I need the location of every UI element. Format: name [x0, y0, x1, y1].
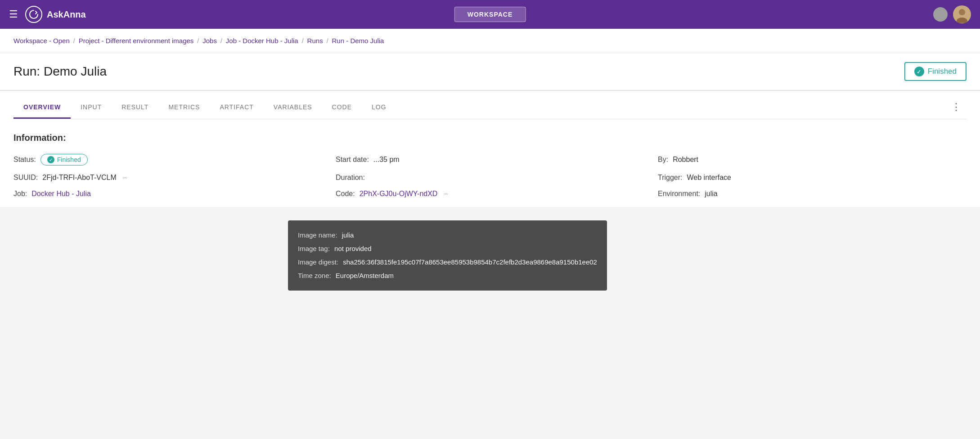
info-trigger-row: Trigger: Web interface: [658, 174, 967, 182]
menu-icon[interactable]: ☰: [9, 9, 18, 20]
main-content: OVERVIEW INPUT RESULT METRICS ARTIFACT V…: [0, 91, 980, 207]
breadcrumb-run[interactable]: Run - Demo Julia: [332, 37, 384, 45]
connection-status-icon: [933, 7, 948, 22]
info-section: Information: Status: ✓ Finished Start da…: [13, 119, 967, 207]
suuid-copy-icon[interactable]: ⎓: [123, 174, 127, 182]
breadcrumb-jobs[interactable]: Jobs: [202, 37, 217, 45]
trigger-value: Web interface: [687, 174, 731, 182]
header-center: WORKSPACE: [454, 7, 526, 22]
breadcrumb: Workspace - Open / Project - Different e…: [0, 29, 980, 53]
info-grid: Status: ✓ Finished Start date: ...35 pm …: [13, 154, 967, 198]
info-title: Information:: [13, 133, 967, 143]
environment-label: Environment:: [658, 190, 700, 198]
status-badge-label: Finished: [928, 67, 957, 76]
user-avatar[interactable]: [953, 5, 971, 23]
status-check-small-icon: ✓: [47, 156, 54, 163]
tab-log[interactable]: LOG: [362, 95, 396, 119]
tabs-bar: OVERVIEW INPUT RESULT METRICS ARTIFACT V…: [13, 91, 967, 119]
tab-metrics[interactable]: METRICS: [158, 95, 210, 119]
breadcrumb-project[interactable]: Project - Different environment images: [79, 37, 194, 45]
code-value-link[interactable]: 2PhX-GJ0u-OjWY-ndXD: [360, 190, 438, 198]
tab-result[interactable]: RESULT: [112, 95, 158, 119]
job-value-link[interactable]: Docker Hub - Julia: [31, 190, 91, 198]
status-value: Finished: [57, 156, 81, 163]
breadcrumb-sep-2: /: [197, 37, 199, 45]
logo-text: AskAnna: [47, 9, 86, 20]
app-header: ☰ AskAnna WORKSPACE: [0, 0, 980, 29]
page-title: Run: Demo Julia: [13, 64, 107, 79]
by-label: By:: [658, 156, 668, 164]
breadcrumb-sep-3: /: [220, 37, 222, 45]
page-header: Run: Demo Julia ✓ Finished: [0, 53, 980, 91]
code-copy-icon[interactable]: ⎓: [444, 190, 448, 198]
svg-point-1: [959, 9, 965, 15]
info-environment-row: Environment: julia: [658, 190, 967, 198]
info-by-row: By: Robbert: [658, 154, 967, 166]
app-logo: AskAnna: [25, 6, 86, 23]
logo-icon: [25, 6, 42, 23]
info-status-row: Status: ✓ Finished: [13, 154, 322, 166]
workspace-button[interactable]: WORKSPACE: [454, 7, 526, 22]
tabs-more-icon[interactable]: ⋮: [946, 98, 967, 116]
tab-overview[interactable]: OVERVIEW: [13, 95, 71, 119]
tab-code[interactable]: CODE: [322, 95, 362, 119]
trigger-label: Trigger:: [658, 174, 683, 182]
status-check-icon: ✓: [914, 67, 924, 76]
environment-value: julia: [705, 190, 717, 198]
suuid-value: 2Fjd-TRFI-AboT-VCLM: [42, 174, 116, 182]
suuid-label: SUUID:: [13, 174, 38, 182]
info-duration-row: Duration:: [336, 174, 644, 182]
breadcrumb-workspace[interactable]: Workspace - Open: [13, 37, 70, 45]
start-date-label: Start date:: [336, 156, 369, 164]
info-code-row: Code: 2PhX-GJ0u-OjWY-ndXD ⎓: [336, 190, 644, 198]
job-label: Job:: [13, 190, 27, 198]
header-right: [933, 5, 971, 23]
info-start-date-row: Start date: ...35 pm: [336, 154, 644, 166]
duration-label: Duration:: [336, 174, 365, 182]
breadcrumb-sep-4: /: [302, 37, 304, 45]
info-suuid-row: SUUID: 2Fjd-TRFI-AboT-VCLM ⎓: [13, 174, 322, 182]
breadcrumb-sep-5: /: [327, 37, 328, 45]
tab-input[interactable]: INPUT: [71, 95, 112, 119]
status-badge: ✓ Finished: [904, 62, 967, 81]
tab-variables[interactable]: VARIABLES: [264, 95, 322, 119]
code-label: Code:: [336, 190, 355, 198]
breadcrumb-job[interactable]: Job - Docker Hub - Julia: [226, 37, 298, 45]
start-date-value: ...35 pm: [373, 156, 400, 164]
by-value: Robbert: [673, 156, 698, 164]
tab-artifact[interactable]: ARTIFACT: [210, 95, 263, 119]
status-label: Status:: [13, 156, 36, 164]
breadcrumb-sep-1: /: [73, 37, 75, 45]
info-job-row: Job: Docker Hub - Julia: [13, 190, 322, 198]
status-badge-small: ✓ Finished: [40, 154, 88, 166]
breadcrumb-runs[interactable]: Runs: [307, 37, 323, 45]
